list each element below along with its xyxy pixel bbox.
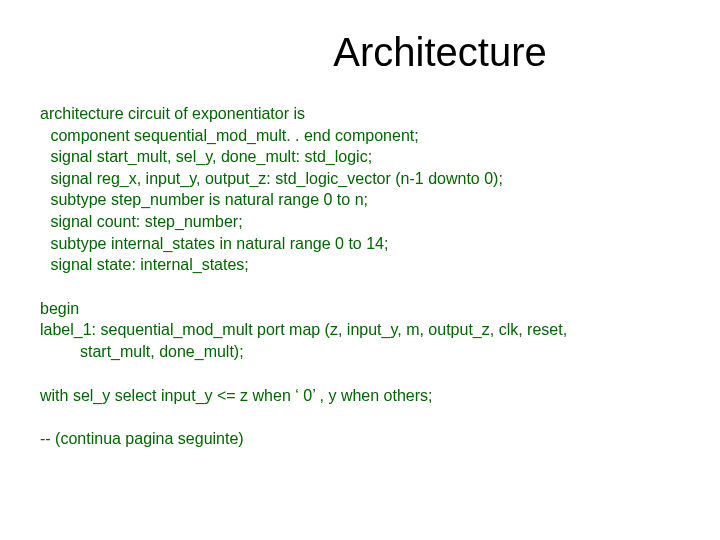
- code-line: begin: [40, 298, 680, 320]
- code-line: signal state: internal_states;: [40, 254, 680, 276]
- code-line: with sel_y select input_y <= z when ‘ 0’…: [40, 385, 680, 407]
- page-title: Architecture: [200, 30, 680, 75]
- code-line: signal count: step_number;: [40, 211, 680, 233]
- code-line: subtype internal_states in natural range…: [40, 233, 680, 255]
- code-line: signal start_mult, sel_y, done_mult: std…: [40, 146, 680, 168]
- code-line: subtype step_number is natural range 0 t…: [40, 189, 680, 211]
- code-line: label_1: sequential_mod_mult port map (z…: [40, 319, 680, 341]
- code-line: component sequential_mod_mult. . end com…: [40, 125, 680, 147]
- code-line: start_mult, done_mult);: [40, 341, 680, 363]
- vhdl-select-block: with sel_y select input_y <= z when ‘ 0’…: [40, 385, 680, 407]
- vhdl-begin-block: begin label_1: sequential_mod_mult port …: [40, 298, 680, 363]
- vhdl-declarations: architecture circuit of exponentiator is…: [40, 103, 680, 276]
- code-line: -- (continua pagina seguinte): [40, 428, 680, 450]
- slide-container: Architecture architecture circuit of exp…: [0, 0, 720, 540]
- code-line: signal reg_x, input_y, output_z: std_log…: [40, 168, 680, 190]
- code-line: architecture circuit of exponentiator is: [40, 103, 680, 125]
- vhdl-comment-block: -- (continua pagina seguinte): [40, 428, 680, 450]
